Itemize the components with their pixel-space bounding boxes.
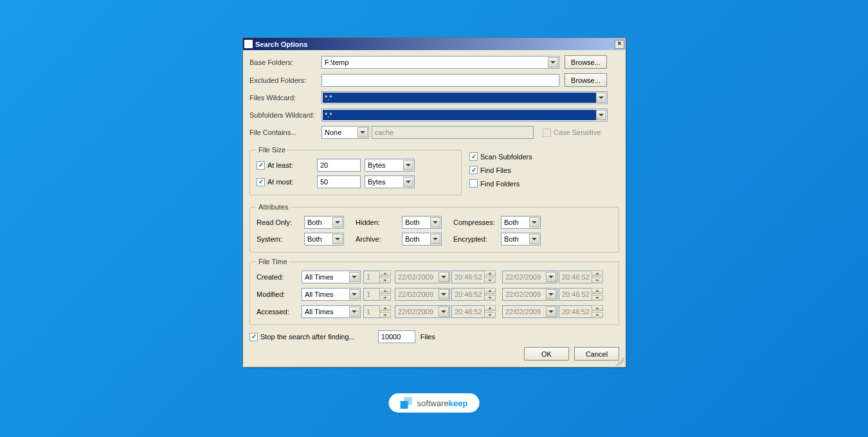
modified-date2-combo: 22/02/2009 [502,288,557,301]
file-time-legend: File Time [257,258,289,265]
modified-spin1: 1 [363,288,380,301]
modified-time2-spinner [592,288,603,301]
modified-time1: 20:46:52 [451,288,485,301]
accessed-time1: 20:46:52 [451,305,485,318]
ok-button[interactable]: OK [524,347,569,361]
encrypted-label: Encrypted: [453,235,501,243]
modified-mode-combo[interactable]: All Times [302,288,361,301]
file-size-legend: File Size [257,146,287,154]
read-only-combo[interactable]: Both [304,216,344,229]
title-bar[interactable]: Search Options × [243,38,626,50]
modified-label: Modified: [257,290,302,298]
compresses-label: Compresses: [453,219,501,226]
files-wildcard-combo[interactable]: *.* [321,91,608,104]
browse-excluded-button[interactable]: Browse... [565,73,607,87]
stop-after-input[interactable] [378,330,415,343]
accessed-spin1-spinner [379,305,391,318]
stop-after-checkbox[interactable]: Stop the search after finding... [249,333,355,341]
resize-grip[interactable] [615,357,624,366]
accessed-label: Accessed: [257,308,302,316]
at-most-input[interactable] [317,175,361,188]
attributes-legend: Attributes [257,203,290,211]
excluded-folders-label: Excluded Folders: [249,76,321,84]
subfolders-wildcard-combo[interactable]: *.* [321,109,608,121]
encrypted-combo[interactable]: Both [501,233,541,245]
created-date1-combo: 22/02/2009 [395,271,450,283]
modified-spin1-spinner [379,288,391,301]
search-options-dialog: Search Options × Base Folders: F:\temp B… [242,37,626,368]
accessed-date2-combo: 22/02/2009 [502,305,557,318]
created-time2: 20:46:52 [559,271,592,283]
base-folders-label: Base Folders: [249,58,321,66]
at-least-unit-combo[interactable]: Bytes [365,159,415,172]
created-spin1-spinner [379,271,391,283]
at-most-unit-combo[interactable]: Bytes [365,175,415,188]
created-date2-combo: 22/02/2009 [502,271,557,283]
accessed-date1-combo: 22/02/2009 [395,305,450,318]
softwarekeep-logo-icon [401,397,412,409]
at-least-input[interactable] [317,159,361,172]
accessed-time1-spinner [484,305,496,318]
file-contains-label: File Contains... [249,129,321,136]
created-spin1: 1 [363,271,380,283]
subfolders-wildcard-label: Subfolders Wildcard: [249,111,321,119]
accessed-time2-spinner [592,305,603,318]
created-mode-combo[interactable]: All Times [302,271,361,283]
created-time1-spinner [484,271,496,283]
at-most-checkbox[interactable]: At most: [257,178,317,186]
compresses-combo[interactable]: Both [501,216,541,229]
system-combo[interactable]: Both [304,233,344,245]
read-only-label: Read Only: [257,219,304,226]
base-folders-combo[interactable]: F:\temp [321,56,559,69]
case-sensitive-checkbox: Case Sensitive [543,129,601,137]
created-time2-spinner [592,271,603,283]
modified-time1-spinner [484,288,496,301]
window-title: Search Options [255,40,615,48]
archive-label: Archive: [356,235,402,243]
modified-date1-combo: 22/02/2009 [395,288,450,301]
file-contains-mode-combo[interactable]: None [321,126,369,139]
browse-base-button[interactable]: Browse... [565,55,607,69]
modified-time2: 20:46:52 [559,288,592,301]
hidden-label: Hidden: [356,219,402,226]
at-least-checkbox[interactable]: At least: [257,161,317,170]
scan-subfolders-checkbox[interactable]: Scan Subfolders [469,152,532,161]
system-label: System: [257,235,304,243]
file-contains-text-input [372,126,534,139]
files-suffix-label: Files [420,333,435,341]
find-folders-checkbox[interactable]: Find Folders [469,179,532,188]
accessed-spin1: 1 [363,305,380,318]
accessed-time2: 20:46:52 [559,305,592,318]
files-wildcard-label: Files Wildcard: [249,94,321,102]
watermark-badge: softwarekeep [389,393,480,413]
app-icon [244,40,253,48]
created-label: Created: [257,273,302,281]
excluded-folders-input[interactable] [321,74,559,87]
close-button[interactable]: × [615,40,624,49]
accessed-mode-combo[interactable]: All Times [302,305,361,318]
hidden-combo[interactable]: Both [402,216,442,229]
find-files-checkbox[interactable]: Find Files [469,166,532,174]
archive-combo[interactable]: Both [402,233,442,245]
created-time1: 20:46:52 [451,271,485,283]
cancel-button[interactable]: Cancel [574,347,619,361]
